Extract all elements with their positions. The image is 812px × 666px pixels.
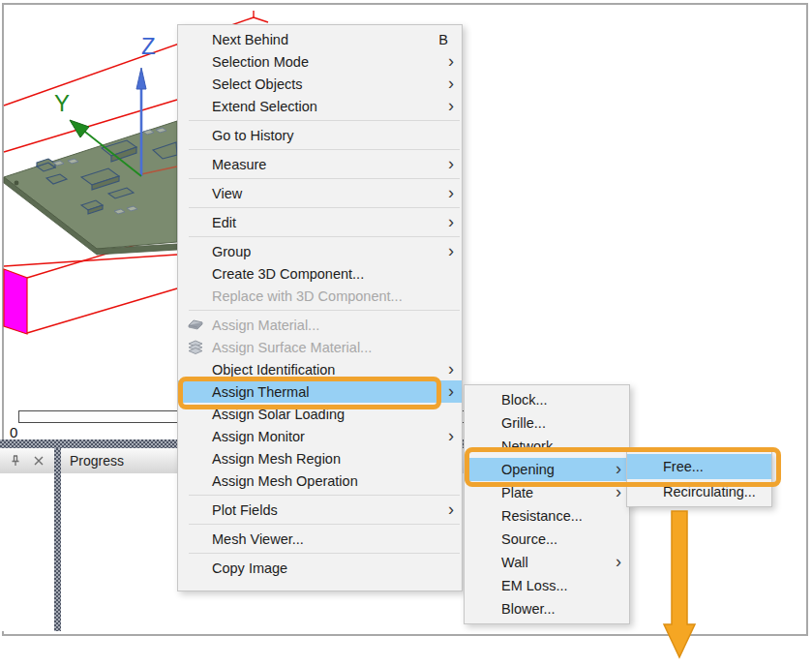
menu-item-label: Plot Fields [212,502,440,518]
menu-item-extend-selection[interactable]: Extend Selection› [178,95,462,117]
annotation-box-assign-thermal [178,377,441,409]
menu-item-copy-image[interactable]: Copy Image [178,557,462,579]
y-axis-label: Y [54,90,70,116]
menu-item-mesh-viewer[interactable]: Mesh Viewer... [178,528,462,550]
menu-item-label: Edit [212,215,440,230]
menu-item-assign-material[interactable]: Assign Material... [178,314,462,336]
annotation-box-opening-free [465,447,781,487]
menu-item-label: Replace with 3D Component... [212,288,462,304]
progress-label: Progress [70,453,124,469]
menu-item-label: Go to History [212,128,462,143]
menu-separator [189,553,460,554]
menu-item-label: Source... [501,531,629,547]
menu-separator [189,207,460,208]
menu-separator [189,120,460,121]
menu-item-create-3d-component[interactable]: Create 3D Component... [178,262,462,285]
material-icon [178,318,212,331]
menu-item-resistance[interactable]: Resistance... [465,504,629,528]
thermal-submenu: Block...Grille...NetworkOpening›Plate›Re… [464,384,630,624]
opening-face[interactable] [4,269,27,334]
submenu-arrow-icon: › [448,184,454,201]
submenu-arrow-icon: › [448,97,454,114]
vertical-splitter[interactable] [54,448,61,631]
submenu-arrow-icon: › [448,360,454,378]
submenu-arrow-icon: › [448,382,454,400]
menu-item-shortcut: B [438,32,448,47]
menu-item-assign-mesh-region[interactable]: Assign Mesh Region [178,447,462,469]
submenu-arrow-icon: › [448,155,454,172]
menu-item-grille[interactable]: Grille... [465,411,629,435]
submenu-arrow-icon: › [448,52,454,70]
slider-min-label: 0 [10,424,17,440]
menu-item-replace-with-3d-component[interactable]: Replace with 3D Component... [178,285,462,307]
submenu-arrow-icon: › [448,427,454,444]
submenu-arrow-icon: › [616,553,621,570]
menu-item-view[interactable]: View› [178,182,462,204]
y-axis-arrowhead [70,120,89,137]
menu-item-label: Grille... [501,415,629,431]
menu-item-select-objects[interactable]: Select Objects› [178,73,462,95]
menu-item-label: EM Loss... [501,578,629,593]
menu-item-label: Group [212,244,440,259]
menu-item-label: Copy Image [212,560,462,576]
menu-item-label: View [212,186,440,201]
menu-item-label: Assign Monitor [212,429,440,444]
menu-item-label: Selection Mode [212,54,440,70]
menu-item-label: Blower... [501,601,629,617]
menu-item-assign-mesh-operation[interactable]: Assign Mesh Operation [178,469,462,492]
menu-item-block[interactable]: Block... [465,388,629,411]
menu-item-go-to-history[interactable]: Go to History [178,124,462,146]
menu-item-label: Wall [501,555,608,570]
submenu-arrow-icon: › [448,500,454,518]
menu-item-em-loss[interactable]: EM Loss... [465,574,629,597]
menu-item-measure[interactable]: Measure› [178,153,462,175]
menu-item-label: Select Objects [212,76,440,92]
menu-item-group[interactable]: Group› [178,240,462,262]
surface-material-icon [178,340,212,354]
menu-item-label: Assign Mesh Region [212,451,462,467]
menu-item-label: Assign Material... [212,318,462,333]
submenu-arrow-icon: › [448,75,454,92]
down-arrow-annotation [658,507,701,660]
menu-item-label: Plate [501,485,608,500]
pcb-board[interactable] [4,121,177,255]
menu-item-wall[interactable]: Wall› [465,551,629,574]
menu-item-label: Extend Selection [212,99,440,114]
menu-separator [189,495,460,496]
menu-separator [189,149,460,150]
menu-item-edit[interactable]: Edit› [178,211,462,233]
menu-item-label: Object Identification [212,362,440,378]
menu-item-assign-surface-material[interactable]: Assign Surface Material... [178,336,462,358]
pcb-hole [15,181,19,186]
z-axis-label: Z [141,33,156,59]
menu-item-plot-fields[interactable]: Plot Fields› [178,499,462,521]
screenshot-root: Y Z 0 Progress Next BehindBSelection Mo [0,0,812,666]
menu-item-selection-mode[interactable]: Selection Mode› [178,50,462,73]
menu-item-label: Assign Mesh Operation [212,473,462,489]
menu-item-label: Resistance... [501,508,629,524]
menu-separator [189,524,460,525]
menu-item-next-behind[interactable]: Next BehindB [178,28,462,50]
submenu-arrow-icon: › [448,242,454,259]
menu-item-label: Block... [501,392,629,408]
close-icon[interactable] [30,452,47,469]
menu-separator [189,236,460,237]
menu-item-label: Mesh Viewer... [212,531,462,547]
submenu-arrow-icon: › [448,213,454,230]
menu-item-source[interactable]: Source... [465,528,629,551]
menu-separator [189,310,460,311]
z-axis-arrowhead [136,68,146,89]
menu-separator [189,178,460,179]
menu-item-blower[interactable]: Blower... [465,597,629,621]
menu-item-label: Assign Surface Material... [212,340,462,355]
menu-item-label: Next Behind [212,32,438,47]
menu-item-assign-monitor[interactable]: Assign Monitor› [178,425,462,447]
menu-item-label: Measure [212,157,440,172]
context-menu: Next BehindBSelection Mode›Select Object… [177,24,463,591]
pin-icon[interactable] [7,452,24,469]
menu-item-label: Create 3D Component... [212,266,462,282]
dock-buttons-bar [0,448,54,473]
